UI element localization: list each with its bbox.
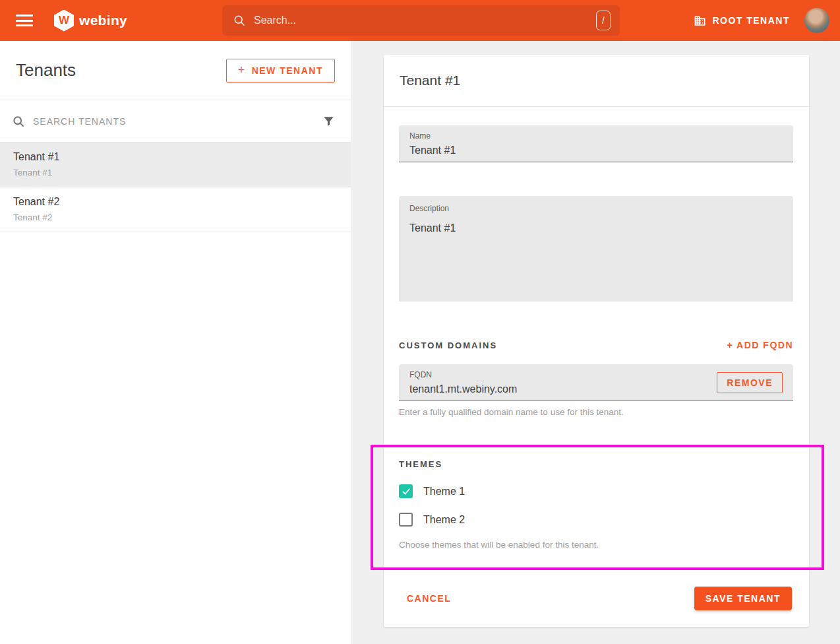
theme-option-label: Theme 2 xyxy=(423,514,465,526)
tenant-search-input[interactable] xyxy=(33,116,322,127)
custom-domains-heading: CUSTOM DOMAINS xyxy=(399,340,497,350)
themes-heading: THEMES xyxy=(399,459,442,469)
menu-icon[interactable] xyxy=(16,15,33,26)
theme-1-option[interactable]: Theme 1 xyxy=(399,484,793,498)
tenants-list-panel: Tenants + NEW TENANT Tenant #1 Tenant #1… xyxy=(0,41,351,644)
fqdn-field-value: tenant1.mt.webiny.com xyxy=(409,383,717,395)
filter-icon[interactable] xyxy=(322,115,335,127)
tenant-search-bar[interactable] xyxy=(0,100,351,143)
building-icon xyxy=(694,15,706,27)
theme-2-option[interactable]: Theme 2 xyxy=(399,513,793,527)
tenant-item-title: Tenant #1 xyxy=(13,151,338,163)
plus-icon: + xyxy=(238,63,246,77)
remove-fqdn-button[interactable]: REMOVE xyxy=(717,372,783,393)
new-tenant-button[interactable]: + NEW TENANT xyxy=(226,59,335,82)
description-field-value: Tenant #1 xyxy=(409,222,783,234)
description-field-label: Description xyxy=(409,204,783,213)
fqdn-field-label: FQDN xyxy=(409,370,717,379)
name-field[interactable]: Name Tenant #1 xyxy=(399,125,793,162)
global-search-bar[interactable]: / xyxy=(222,5,620,36)
search-icon xyxy=(233,14,246,27)
name-field-label: Name xyxy=(409,131,783,141)
themes-helper-text: Choose themes that will be enabled for t… xyxy=(399,540,793,550)
webiny-logo-text: webiny xyxy=(79,13,127,28)
tenant-details-area: Tenant #1 Name Tenant #1 Description Ten… xyxy=(351,41,840,644)
tenant-form-card: Tenant #1 Name Tenant #1 Description Ten… xyxy=(384,55,809,627)
global-search-input[interactable] xyxy=(254,15,596,26)
user-avatar[interactable] xyxy=(804,8,829,33)
description-field[interactable]: Description Tenant #1 xyxy=(399,196,793,302)
cancel-button[interactable]: CANCEL xyxy=(407,593,451,604)
add-fqdn-button[interactable]: + ADD FQDN xyxy=(727,340,793,350)
tenant-list-item[interactable]: Tenant #1 Tenant #1 xyxy=(0,143,351,187)
webiny-logo-hexagon-icon: W xyxy=(54,10,74,32)
tenant-list-item[interactable]: Tenant #2 Tenant #2 xyxy=(0,187,351,232)
name-field-value: Tenant #1 xyxy=(409,145,783,156)
theme-option-label: Theme 1 xyxy=(423,486,465,498)
form-title: Tenant #1 xyxy=(400,73,460,88)
tenant-switcher-label: ROOT TENANT xyxy=(712,15,790,26)
checkbox-unchecked-icon[interactable] xyxy=(399,513,413,527)
page-title: Tenants xyxy=(16,60,76,80)
fqdn-field[interactable]: FQDN tenant1.mt.webiny.com REMOVE xyxy=(399,364,793,401)
plus-icon: + xyxy=(727,340,734,350)
fqdn-helper-text: Enter a fully qualified domain name to u… xyxy=(399,407,793,417)
keyboard-shortcut-badge: / xyxy=(596,11,611,30)
tenant-item-subtitle: Tenant #1 xyxy=(13,168,338,177)
top-app-bar: W webiny / ROOT TENANT xyxy=(0,0,840,41)
tenant-item-title: Tenant #2 xyxy=(13,196,338,208)
checkbox-checked-icon[interactable] xyxy=(399,484,413,498)
webiny-logo[interactable]: W webiny xyxy=(54,10,127,32)
search-icon xyxy=(12,115,25,128)
tenant-switcher[interactable]: ROOT TENANT xyxy=(694,15,790,27)
themes-section: THEMES Theme 1 Theme 2 Choose themes tha… xyxy=(399,458,793,550)
save-tenant-button[interactable]: SAVE TENANT xyxy=(694,587,792,610)
tenant-item-subtitle: Tenant #2 xyxy=(13,212,338,222)
